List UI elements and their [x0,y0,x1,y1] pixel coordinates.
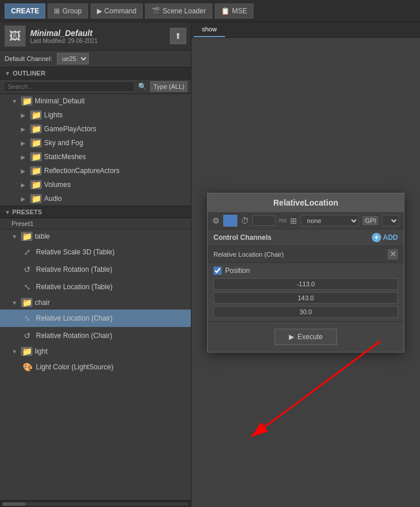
folder-icon: 📁 [30,138,42,148]
tree-item-location-chair[interactable]: ⤡ Relative Location (Chair) [0,310,191,327]
scale-icon: ⤢ [21,246,34,258]
location-icon: ⤡ [21,312,34,325]
tree-item-rotation-chair[interactable]: ↺ Relative Rotation (Chair) [0,327,191,344]
none-dropdown[interactable]: none [300,215,359,226]
location-icon: ⤡ [21,281,34,293]
tree-label: Relative Rotation (Chair) [36,332,112,340]
tree-label: Relative Rotation (Table) [36,265,112,274]
tree-item-audio[interactable]: ▶ 📁 Audio [0,192,191,206]
add-button[interactable]: + ADD [372,233,398,242]
scroll-track [2,502,189,506]
expand-arrow: ▼ [12,233,19,240]
folder-icon: 📁 [30,180,42,189]
tree-label: ReflectionCaptureActors [44,167,120,175]
expand-arrow: ▶ [21,126,28,132]
modal-toolbar: ⚙ ⏱ 0 ms ⊞ none GPI + [208,213,404,229]
tree-item-sky[interactable]: ▶ 📁 Sky and Fog [0,136,191,150]
top-bar: CREATE ⊞ Group ▶ Command 🎬 Scene Loader … [0,0,420,22]
position-checkbox-row: Position [213,267,398,275]
search-row: 🔍 Type (ALL) [0,80,191,94]
time-unit: ms [279,217,287,224]
tree-label: Light Color (LightSource) [36,363,113,371]
modal-dialog: RelativeLocation ⚙ ⏱ 0 ms ⊞ none GPI [207,193,404,353]
create-button[interactable]: CREATE [5,3,45,19]
search-input[interactable] [3,81,135,92]
control-channels-title: Control Channels [213,233,271,242]
execute-button[interactable]: ▶ Execute [274,329,337,345]
folder-icon: 📁 [21,347,32,356]
time-input[interactable]: 0 [252,215,276,226]
preset-name: Preset1 [0,218,191,229]
folder-icon: 📁 [30,110,42,120]
channel-item: Relative Location (Chair) ✕ [208,246,404,263]
tree-label: Minimal_Default [35,97,85,105]
execute-icon: ▶ [289,333,294,341]
color-picker-btn[interactable] [223,215,237,226]
value-z-input[interactable] [213,306,398,318]
position-label: Position [225,267,250,275]
scene-loader-button[interactable]: 🎬 Scene Loader [145,3,212,19]
mse-button[interactable]: 📋 MSE [215,3,254,19]
channel-item-label: Relative Location (Chair) [213,251,284,258]
tab-bar: show [191,22,420,38]
tree-label: Relative Location (Chair) [36,314,113,322]
value-x-input[interactable] [213,278,398,290]
command-button[interactable]: ▶ Command [90,3,143,19]
tree-item-location-table[interactable]: ⤡ Relative Location (Table) [0,278,191,296]
tree-item-reflection[interactable]: ▶ 📁 ReflectionCaptureActors [0,164,191,178]
command-icon: ▶ [97,7,102,15]
position-section: Position [208,263,404,322]
mse-icon: 📋 [221,7,230,15]
add-circle-icon: + [372,233,381,242]
tree-item-chair-group[interactable]: ▼ 📁 chair [0,296,191,310]
expand-arrow: ▶ [21,112,28,118]
tree-label: Sky and Fog [44,139,83,147]
folder-icon: 📁 [21,298,32,307]
modal-overlay: RelativeLocation ⚙ ⏱ 0 ms ⊞ none GPI [191,38,420,507]
tree-label: light [35,347,48,355]
expand-arrow: ▶ [21,140,28,146]
tree-item-lights[interactable]: ▶ 📁 Lights [0,108,191,122]
grid-icon: ⊞ [290,216,297,225]
clock-icon: ⏱ [241,216,249,225]
scene-loader-icon: 🎬 [151,7,160,15]
tree-item-table-group[interactable]: ▼ 📁 table [0,229,191,243]
position-checkbox[interactable] [213,267,222,275]
file-info: Minimal_Default Last Modified: 29-06-202… [30,28,165,44]
tree-label: Relative Location (Table) [36,283,113,291]
tree-item-gameplay[interactable]: ▶ 📁 GamePlayActors [0,122,191,136]
tree-item-light-color[interactable]: 🎨 Light Color (LightSource) [0,358,191,376]
tree-item-light-group[interactable]: ▼ 📁 light [0,344,191,358]
channel-row: Default Channel: ue25 [0,51,191,67]
value-y-input[interactable] [213,292,398,304]
tree-label: table [35,232,50,240]
expand-arrow: ▶ [21,168,28,174]
type-filter-button[interactable]: Type (ALL) [150,81,187,92]
close-channel-button[interactable]: ✕ [388,249,398,260]
right-panel: show RelativeLocation ⚙ ⏱ 0 ms ⊞ [191,22,420,507]
tree-item-minimal-default[interactable]: ▼ 📁 Minimal_Default [0,94,191,108]
gpi-icon: GPI [363,216,378,225]
folder-icon: 📁 [30,124,42,134]
tab-show[interactable]: show [194,22,225,37]
rotation-icon: ↺ [21,329,34,342]
channel-select[interactable]: ue25 [57,53,89,64]
tree-label: Volumes [44,181,71,189]
settings-icon: ⚙ [212,216,220,225]
extra-dropdown[interactable]: + [382,215,399,226]
content-area: RelativeLocation ⚙ ⏱ 0 ms ⊞ none GPI [191,38,420,507]
tree-item-scale-table[interactable]: ⤢ Relative Scale 3D (Table) [0,243,191,261]
tree: ▼ 📁 Minimal_Default ▶ 📁 Lights ▶ 📁 GameP… [0,94,191,500]
tree-item-volumes[interactable]: ▶ 📁 Volumes [0,178,191,192]
group-icon: ⊞ [54,7,60,15]
tree-item-static[interactable]: ▶ 📁 StaticMeshes [0,150,191,164]
main-layout: 🖼 Minimal_Default Last Modified: 29-06-2… [0,22,420,507]
modal-footer: ▶ Execute [208,322,404,352]
rotation-icon: ↺ [21,263,34,276]
group-button[interactable]: ⊞ Group [48,3,88,19]
tree-item-rotation-table[interactable]: ↺ Relative Rotation (Table) [0,261,191,278]
modal-title: RelativeLocation [208,193,404,213]
tree-label: StaticMeshes [44,153,86,161]
upload-button[interactable]: ⬆ [170,28,186,44]
default-channel-label: Default Channel: [5,55,52,62]
